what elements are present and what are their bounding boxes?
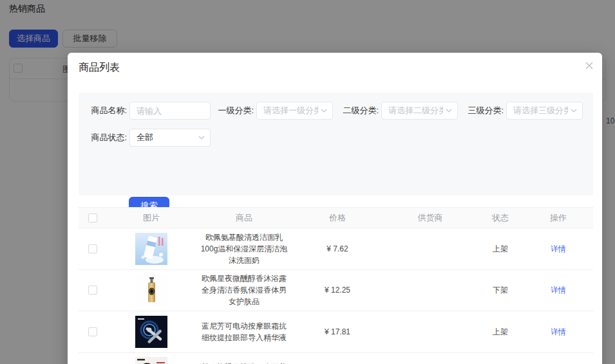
cat1-label: 一级分类: bbox=[209, 102, 254, 120]
col-action: 操作 bbox=[524, 212, 593, 224]
product-status: 上架 bbox=[477, 243, 524, 255]
cat1-placeholder: 请选择一级分类 bbox=[263, 105, 318, 116]
status-value: 全部 bbox=[137, 132, 196, 143]
table-row: 欧佩氨基酸清透洁面乳100g温和保湿深层清洁泡沫洗面奶 ¥ 7.62 上架 详情 bbox=[79, 228, 593, 270]
table-row: 韩婵染烫修护洗发水滋养柔顺改善毛躁 bbox=[79, 353, 593, 364]
cat3-select[interactable]: 请选择三级分类 bbox=[506, 102, 583, 120]
modal-title: 商品列表 bbox=[79, 61, 120, 75]
product-status: 下架 bbox=[477, 284, 524, 296]
cat1-select[interactable]: 请选择一级分类 bbox=[256, 102, 333, 120]
product-name: 欧佩氨基酸清透洁面乳100g温和保湿深层清洁泡沫洗面奶 bbox=[196, 232, 292, 266]
chevron-down-icon bbox=[571, 109, 577, 113]
detail-link[interactable]: 详情 bbox=[551, 326, 566, 338]
col-supplier: 供货商 bbox=[383, 212, 477, 224]
select-all-checkbox[interactable] bbox=[88, 214, 97, 223]
product-list-modal: 商品列表 商品名称: 一级分类: 请选择一级分类 二级分类: 请选择二级分类 三… bbox=[68, 53, 602, 364]
product-price: ¥ 7.62 bbox=[292, 243, 383, 255]
col-price: 价格 bbox=[292, 212, 383, 224]
row-checkbox[interactable] bbox=[88, 286, 97, 295]
product-name-input[interactable] bbox=[129, 102, 211, 120]
product-name: 蓝尼芳可电动按摩眼霜抗细纹提拉眼部导入精华液 bbox=[196, 320, 292, 343]
product-name: 欧佩星夜微醺醇香沐浴露全身清洁香氛保湿香体男女护肤品 bbox=[196, 273, 292, 307]
table-row: 蓝尼芳可电动按摩眼霜抗细纹提拉眼部导入精华液 ¥ 17.81 上架 详情 bbox=[79, 311, 593, 353]
chevron-down-icon bbox=[321, 109, 327, 113]
col-status: 状态 bbox=[477, 212, 524, 224]
cat3-label: 三级分类: bbox=[459, 102, 504, 120]
row-checkbox[interactable] bbox=[88, 327, 97, 336]
cat3-placeholder: 请选择三级分类 bbox=[513, 105, 568, 116]
screen: 热销商品 选择商品 批量移除 图片 10条/页 商品列表 商品名称: 一级分类:… bbox=[0, 0, 615, 364]
chevron-down-icon bbox=[198, 136, 205, 140]
product-price: ¥ 12.25 bbox=[292, 284, 383, 296]
product-table: 图片 商品 价格 供货商 状态 操作 bbox=[79, 207, 593, 364]
status-label: 商品状态: bbox=[82, 129, 127, 147]
detail-link[interactable]: 详情 bbox=[551, 284, 566, 296]
product-price: ¥ 17.81 bbox=[292, 326, 383, 338]
product-image-eye-massage-device bbox=[135, 316, 167, 348]
product-image-cleanser-tube bbox=[135, 233, 167, 265]
col-product: 商品 bbox=[196, 212, 292, 224]
filter-panel: 商品名称: 一级分类: 请选择一级分类 二级分类: 请选择二级分类 三级分类: … bbox=[79, 93, 593, 196]
table-row: 欧佩星夜微醺醇香沐浴露全身清洁香氛保湿香体男女护肤品 ¥ 12.25 下架 详情 bbox=[79, 270, 593, 312]
table-header-row: 图片 商品 价格 供货商 状态 操作 bbox=[79, 207, 593, 228]
chevron-down-icon bbox=[446, 109, 452, 113]
product-name-label: 商品名称: bbox=[82, 102, 127, 120]
cat2-placeholder: 请选择二级分类 bbox=[388, 105, 443, 116]
product-image-shampoo-model bbox=[135, 357, 167, 364]
product-image-gold-bodywash-bottle bbox=[135, 274, 167, 306]
detail-link[interactable]: 详情 bbox=[551, 243, 566, 255]
product-status: 上架 bbox=[477, 326, 524, 338]
row-checkbox[interactable] bbox=[88, 244, 97, 253]
col-image: 图片 bbox=[106, 212, 196, 224]
close-icon[interactable] bbox=[584, 60, 594, 71]
status-select[interactable]: 全部 bbox=[129, 129, 211, 147]
cat2-label: 二级分类: bbox=[334, 102, 379, 120]
product-name: 韩婵染烫修护洗发水滋养柔顺改善毛躁 bbox=[196, 361, 292, 364]
cat2-select[interactable]: 请选择二级分类 bbox=[381, 102, 458, 120]
